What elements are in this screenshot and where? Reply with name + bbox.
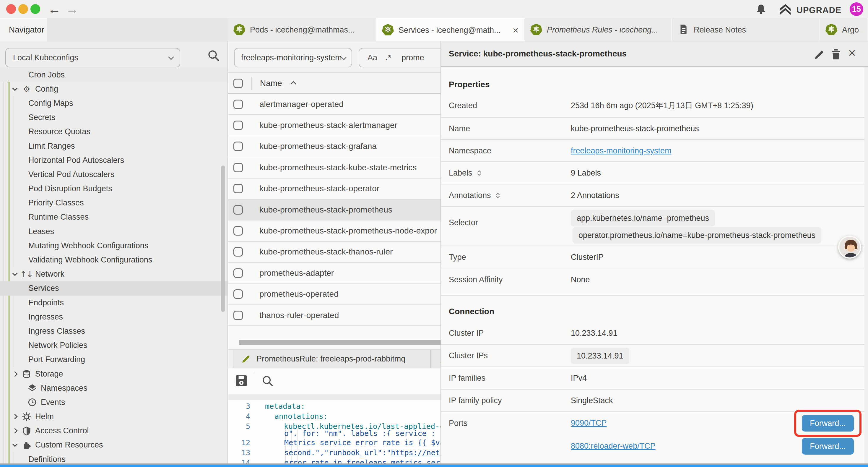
row-checkbox[interactable] (234, 142, 243, 151)
sort-ascending-icon[interactable] (290, 80, 297, 86)
port-link-9090[interactable]: 9090/TCP (571, 418, 607, 428)
chevron-down-icon[interactable] (12, 442, 18, 447)
zoom-window-button[interactable] (30, 4, 40, 14)
sidebar-item-secrets[interactable]: Secrets (0, 111, 227, 125)
chevron-right-icon[interactable] (12, 414, 18, 419)
sort-updown-icon[interactable] (495, 192, 500, 199)
name-column-header[interactable]: Name (260, 79, 282, 88)
edit-pencil-icon[interactable] (813, 48, 825, 61)
sidebar-item-vertical-pod-autoscalers[interactable]: Vertical Pod Autoscalers (0, 167, 227, 181)
sidebar-item-services[interactable]: Services (0, 282, 227, 296)
minimize-window-button[interactable] (18, 4, 28, 14)
port-link-8080[interactable]: 8080:reloader-web/TCP (571, 442, 656, 451)
sidebar-item-ingresses[interactable]: Ingresses (0, 310, 227, 324)
tab-release-notes[interactable]: Release Notes (672, 18, 819, 41)
user-avatar[interactable] (838, 236, 861, 259)
back-button[interactable]: ← (48, 1, 61, 18)
table-row[interactable]: kube-prometheus-stack-operator (228, 178, 440, 200)
row-checkbox[interactable] (234, 247, 243, 257)
tab-services[interactable]: Services - icecheng@math... × (376, 18, 524, 41)
sidebar-item-resource-quotas[interactable]: Resource Quotas (0, 125, 227, 139)
row-checkbox[interactable] (234, 184, 243, 193)
table-row[interactable]: alertmanager-operated (228, 94, 440, 115)
sidebar-item-config[interactable]: ⚙ Config (0, 82, 227, 96)
sidebar-item-validating-webhook-configurations[interactable]: Validating Webhook Configurations (0, 253, 227, 267)
sidebar-item-pod-disruption-budgets[interactable]: Pod Disruption Budgets (0, 182, 227, 196)
chevron-right-icon[interactable] (12, 428, 18, 434)
details-scrollbar-track[interactable] (864, 67, 868, 467)
regex-toggle[interactable]: .* (385, 53, 392, 62)
sidebar-item-leases[interactable]: Leases (0, 224, 227, 238)
labels-count[interactable]: 9 Labels (571, 169, 601, 178)
runbook-url-link[interactable]: https://net (391, 448, 440, 457)
close-details-icon[interactable]: × (848, 46, 856, 60)
sidebar-item-config-maps[interactable]: Config Maps (0, 96, 227, 110)
row-checkbox[interactable] (234, 226, 243, 236)
namespace-link[interactable]: freeleaps-monitoring-system (571, 146, 672, 155)
sort-updown-icon[interactable] (476, 170, 482, 176)
notification-count-badge[interactable]: 15 (850, 2, 863, 16)
kubeconfig-selector[interactable]: Local Kubeconfigs (5, 48, 180, 67)
close-window-button[interactable] (6, 4, 16, 14)
editor-search-icon[interactable] (261, 375, 274, 388)
notifications-bell-icon[interactable] (755, 3, 767, 16)
sidebar-item-namespaces[interactable]: Namespaces (0, 381, 227, 395)
namespace-selector[interactable]: freeleaps-monitoring-system (234, 48, 352, 67)
sidebar-item-storage[interactable]: Storage (0, 367, 227, 381)
delete-trash-icon[interactable] (829, 48, 841, 61)
sidebar-item-cron-jobs[interactable]: Cron Jobs (0, 68, 227, 82)
chevron-down-icon[interactable] (12, 85, 18, 91)
table-row[interactable]: kube-prometheus-stack-alertmanager (228, 115, 440, 136)
sidebar-item-custom-resources[interactable]: Custom Resources (0, 438, 227, 452)
sidebar-item-port-forwarding[interactable]: Port Forwarding (0, 353, 227, 367)
sidebar-scrollbar[interactable] (221, 166, 225, 312)
row-checkbox[interactable] (234, 289, 243, 299)
tab-argo[interactable]: Argo Se (819, 18, 868, 41)
tab-pods[interactable]: Pods - icecheng@mathmas... (227, 18, 376, 41)
table-row[interactable]: kube-prometheus-stack-thanos-ruler (228, 242, 440, 263)
row-checkbox[interactable] (234, 163, 243, 172)
row-checkbox[interactable] (234, 311, 243, 320)
sidebar-item-horizontal-pod-autoscalers[interactable]: Horizontal Pod Autoscalers (0, 153, 227, 167)
row-checkbox[interactable] (234, 268, 243, 278)
sidebar-search-icon[interactable] (207, 49, 220, 63)
sidebar-item-access-control[interactable]: Access Control (0, 424, 227, 438)
annotations-count[interactable]: 2 Annotations (571, 191, 619, 200)
tab-navigator[interactable]: Navigator (0, 18, 47, 41)
row-checkbox[interactable] (234, 121, 243, 130)
chevron-down-icon[interactable] (12, 271, 18, 276)
editor-tab-partial[interactable] (431, 350, 440, 368)
sidebar-item-runtime-classes[interactable]: Runtime Classes (0, 210, 227, 224)
sidebar-item-network-policies[interactable]: Network Policies (0, 339, 227, 353)
table-row[interactable]: thanos-ruler-operated (228, 305, 440, 326)
table-row[interactable]: prometheus-adapter (228, 263, 440, 284)
row-checkbox[interactable] (234, 99, 243, 109)
sidebar-item-ingress-classes[interactable]: Ingress Classes (0, 324, 227, 338)
list-search-input[interactable]: Aa .* prome (359, 48, 440, 67)
table-row[interactable]: kube-prometheus-stack-grafana (228, 136, 440, 157)
table-row[interactable]: kube-prometheus-stack-kube-state-metrics (228, 157, 440, 178)
yaml-editor[interactable]: 3 metadata: 4 annotations: 5 kubectl.kub… (228, 400, 440, 467)
row-checkbox[interactable] (234, 205, 243, 214)
upgrade-button[interactable]: UPGRADE (779, 3, 841, 17)
sidebar-item-mutating-webhook-configurations[interactable]: Mutating Webhook Configurations (0, 238, 227, 253)
select-all-checkbox[interactable] (234, 79, 243, 88)
sidebar-item-limit-ranges[interactable]: Limit Ranges (0, 139, 227, 153)
sidebar-item-endpoints[interactable]: Endpoints (0, 296, 227, 310)
sidebar-item-priority-classes[interactable]: Priority Classes (0, 196, 227, 210)
forward-port-button[interactable]: Forward... (802, 438, 854, 455)
table-row[interactable]: prometheus-operated (228, 284, 440, 305)
sidebar-item-network[interactable]: ↑↓ Network (0, 267, 227, 282)
sidebar-item-events[interactable]: Events (0, 395, 227, 409)
save-icon[interactable] (235, 374, 248, 389)
table-row[interactable]: kube-prometheus-stack-prometheus-node-ex… (228, 221, 440, 241)
sidebar-item-helm[interactable]: Helm (0, 410, 227, 424)
editor-tab-prometheusrule[interactable]: PrometheusRule: freeleaps-prod-rabbitmq (233, 350, 431, 368)
horizontal-scrollbar[interactable] (239, 340, 440, 345)
table-row-selected[interactable]: kube-prometheus-stack-prometheus (228, 200, 440, 221)
chevron-right-icon[interactable] (12, 371, 18, 377)
close-tab-icon[interactable]: × (505, 25, 519, 36)
match-case-toggle[interactable]: Aa (368, 53, 377, 62)
forward-button[interactable]: → (66, 1, 79, 18)
tab-prometheus-rules[interactable]: Prometheus Rules - icecheng... (524, 18, 672, 41)
